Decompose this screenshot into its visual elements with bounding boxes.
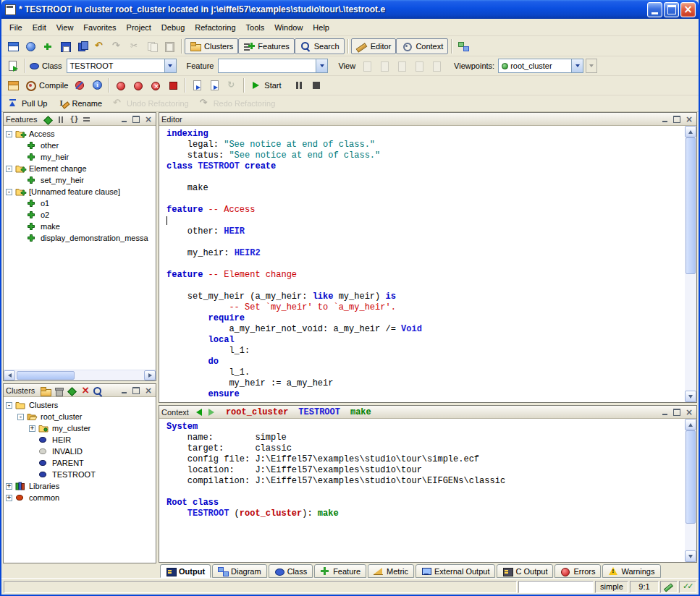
scrollbar-thumb[interactable] (686, 430, 696, 524)
history-forward-button[interactable] (206, 407, 216, 417)
scroll-down-button[interactable] (685, 550, 696, 562)
panel-maximize-icon[interactable] (131, 386, 141, 395)
features-horizontal-scrollbar[interactable] (4, 370, 156, 380)
tree-item-access[interactable]: -Access (4, 128, 156, 140)
tab-external-output[interactable]: External Output (416, 564, 495, 578)
paste-button[interactable] (161, 38, 178, 54)
pull-up-button[interactable]: Pull Up (4, 95, 50, 111)
tree-expander-minus[interactable]: - (6, 402, 12, 409)
save-all-button[interactable] (74, 38, 91, 54)
step-into-button[interactable] (188, 77, 206, 93)
tree-expander-minus[interactable]: - (17, 414, 24, 420)
redo-button[interactable] (109, 38, 126, 54)
tree-expander-minus[interactable]: - (6, 131, 12, 137)
feature-clauses-icon[interactable] (42, 114, 53, 124)
panel-close-icon[interactable] (143, 115, 153, 124)
menu-favorites[interactable]: Favorites (78, 21, 121, 34)
scrollbar-thumb[interactable] (17, 371, 75, 380)
clickable-view-button[interactable] (376, 58, 393, 74)
tree-expander-plus[interactable]: + (29, 425, 35, 432)
scrollbar-track[interactable] (685, 137, 696, 391)
context-code-area[interactable]: System name: simple target: classic conf… (159, 419, 685, 562)
tree-item-set-my-heir[interactable]: set_my_heir (4, 174, 156, 186)
panel-minimize-icon[interactable] (119, 386, 129, 395)
new-item-button[interactable] (39, 38, 56, 54)
tab-output[interactable]: Output (160, 564, 211, 578)
class-combo-dropdown[interactable] (164, 59, 176, 72)
scrollbar-thumb[interactable] (686, 137, 696, 274)
refresh-button[interactable] (223, 77, 240, 93)
tree-item-o2[interactable]: o2 (4, 209, 156, 221)
tree-item-my-heir[interactable]: my_heir (4, 151, 156, 163)
panel-maximize-icon[interactable] (131, 115, 141, 124)
tree-item-display-demonstration-messa[interactable]: display_demonstration_messa (4, 232, 156, 244)
tree-expander-minus[interactable]: - (6, 189, 12, 195)
undo-refactoring-button[interactable]: Undo Refactoring (109, 95, 192, 111)
c-compilation-button[interactable] (4, 77, 22, 93)
tree-item-heir[interactable]: HEIR (4, 434, 156, 446)
tree-item-o1[interactable]: o1 (4, 197, 156, 209)
status-input[interactable] (518, 581, 594, 593)
context-body[interactable]: System name: simple target: classic conf… (159, 419, 696, 562)
tree-item-unnamed-feature-clause[interactable]: -[Unnamed feature clause] (4, 186, 156, 197)
stop-button[interactable] (308, 77, 325, 93)
scrollbar-track[interactable] (15, 370, 144, 380)
panel-close-icon[interactable] (684, 115, 694, 124)
tree-item-parent[interactable]: PARENT (4, 457, 156, 469)
save-button[interactable] (56, 38, 74, 54)
panel-maximize-icon[interactable] (672, 115, 682, 124)
editor-code-area[interactable]: indexing legal: "See notice at end of cl… (159, 126, 685, 402)
new-window-button[interactable] (4, 38, 22, 54)
move-icon[interactable] (66, 386, 77, 396)
features-tool-button[interactable]: Features (238, 38, 294, 54)
panel-close-icon[interactable] (143, 386, 153, 395)
scroll-up-button[interactable] (685, 126, 696, 137)
feature-combo-dropdown[interactable] (316, 59, 327, 72)
stop-points-button[interactable] (164, 77, 182, 93)
editor-body[interactable]: indexing legal: "See notice at end of cl… (159, 126, 696, 402)
disable-breakpoints-button[interactable] (130, 77, 147, 93)
tree-item-testroot[interactable]: TESTROOT (4, 469, 156, 480)
viewpoints-combobox[interactable]: root_cluster (498, 59, 583, 73)
panel-close-icon[interactable] (684, 408, 694, 417)
menu-window[interactable]: Window (269, 21, 308, 34)
diagram-tool-button[interactable] (455, 38, 472, 54)
editor-tool-button[interactable]: Editor (351, 38, 397, 54)
editor-vertical-scrollbar[interactable] (685, 126, 696, 402)
tree-item-other[interactable]: other (4, 140, 156, 151)
restore-button[interactable] (664, 2, 679, 17)
history-back-button[interactable] (194, 407, 204, 417)
menu-file[interactable]: File (4, 21, 28, 34)
tab-c-output[interactable]: C Output (497, 564, 553, 578)
tab-diagram[interactable]: Diagram (212, 564, 267, 578)
clusters-tool-button[interactable]: Clusters (185, 38, 238, 54)
context-vertical-scrollbar[interactable] (685, 419, 696, 562)
panel-minimize-icon[interactable] (659, 408, 670, 417)
start-button[interactable]: Start (247, 77, 284, 93)
tab-class[interactable]: Class (269, 564, 313, 578)
tree-item-libraries[interactable]: +Libraries (4, 480, 156, 492)
tree-item-make[interactable]: make (4, 221, 156, 232)
context-crumb-make[interactable]: make (350, 407, 371, 417)
add-cluster-icon[interactable] (40, 386, 51, 396)
pause-button[interactable] (290, 77, 308, 93)
remove-breakpoints-button[interactable] (147, 77, 164, 93)
scrollbar-track[interactable] (685, 430, 696, 550)
menu-refactoring[interactable]: Refactoring (190, 21, 240, 34)
minimize-button[interactable] (647, 2, 662, 17)
tree-expander-plus[interactable]: + (6, 495, 12, 501)
tab-warnings[interactable]: Warnings (602, 564, 660, 578)
feature-alias-icon[interactable] (68, 114, 79, 124)
tree-expander-minus[interactable]: - (6, 166, 12, 172)
search-tool-button[interactable]: Search (295, 38, 345, 54)
enable-breakpoints-button[interactable] (112, 77, 130, 93)
cut-button[interactable] (126, 38, 143, 54)
tab-feature[interactable]: Feature (314, 564, 366, 578)
remove-icon[interactable] (79, 386, 90, 396)
contract-view-button[interactable] (410, 58, 428, 74)
tree-item-clusters[interactable]: -Clusters (4, 399, 156, 411)
menu-help[interactable]: Help (308, 21, 334, 34)
menu-project[interactable]: Project (122, 21, 156, 34)
scroll-right-button[interactable] (144, 370, 156, 380)
tree-item-element-change[interactable]: -Element change (4, 163, 156, 174)
